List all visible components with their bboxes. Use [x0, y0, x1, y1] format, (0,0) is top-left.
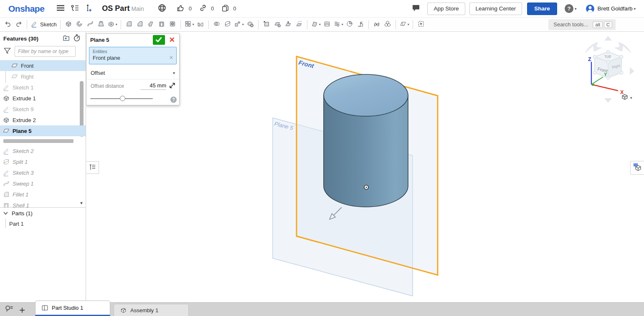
draft-tool-button[interactable] — [145, 19, 156, 31]
slider-handle[interactable] — [120, 96, 125, 101]
like-count: 0 — [189, 5, 192, 12]
feature-label: Right — [21, 74, 33, 80]
search-tools-field[interactable]: Search tools... alt C — [548, 19, 616, 30]
revolve-tool-button[interactable] — [74, 19, 85, 31]
offset-distance-input[interactable]: 45 mm — [140, 82, 166, 90]
redo-tool-button[interactable] — [13, 19, 24, 31]
split-tool-button[interactable] — [222, 19, 233, 31]
configuration-panel-button[interactable] — [630, 161, 644, 175]
feature-item-right[interactable]: Right — [0, 71, 86, 82]
tab-part-studio-1[interactable]: Part Studio 1 — [35, 301, 110, 316]
boolean-tool-button[interactable] — [211, 19, 222, 31]
tab-assembly-1[interactable]: Assembly 1 — [114, 304, 189, 316]
helix-tool-button[interactable]: ▾ — [332, 19, 344, 31]
manage-tabs-button[interactable] — [3, 303, 15, 315]
collapse-feature-list-button[interactable] — [86, 161, 99, 174]
help-icon[interactable]: ? — [170, 97, 177, 103]
replace-face-tool-button[interactable] — [294, 19, 304, 31]
modify-fillet-tool-button[interactable] — [261, 19, 272, 31]
delete-part-tool-button[interactable] — [245, 19, 256, 31]
feature-item-sweep-1[interactable]: Sweep 1 — [0, 178, 86, 189]
versions-button[interactable] — [69, 3, 81, 15]
featurescript-tool-button[interactable] — [382, 19, 393, 31]
enclose-tool-button[interactable] — [355, 19, 366, 31]
sketch-tool-button[interactable]: Sketch — [30, 19, 58, 31]
parts-header[interactable]: Parts (1) — [0, 208, 86, 219]
fill-surface-tool-button[interactable] — [344, 19, 355, 31]
extrude-tool-button[interactable] — [63, 19, 74, 31]
chevron-down-icon: ▾ — [408, 23, 409, 26]
comment-icon — [412, 4, 420, 13]
linked-documents-button[interactable] — [197, 3, 209, 15]
entities-field[interactable]: Entities Front plane ✕ — [89, 47, 177, 64]
new-folder-button[interactable] — [61, 33, 71, 44]
view-options-button[interactable]: ▾ — [621, 93, 632, 102]
delete-face-tool-button[interactable] — [272, 19, 283, 31]
plane-icon — [11, 73, 18, 80]
shell-tool-button[interactable] — [156, 19, 167, 31]
part-list-item[interactable]: Part 1 — [0, 219, 86, 229]
dialog-title: Plane 5 — [90, 37, 153, 43]
version-tree-icon — [71, 4, 79, 13]
feature-item-sketch-2[interactable]: Sketch 2 — [0, 145, 86, 156]
cancel-button[interactable]: ✕ — [167, 36, 177, 43]
plane-type-dropdown[interactable]: Offset ▾ — [86, 67, 179, 79]
undo-tool-button[interactable] — [3, 19, 13, 31]
feature-item-split-1[interactable]: Split 1 — [0, 156, 86, 167]
confirm-button[interactable] — [153, 35, 165, 45]
offset-surface-tool-button[interactable]: ▾ — [310, 19, 322, 31]
help-menu-button[interactable]: ? ▾ — [562, 4, 579, 13]
thicken-tool-button[interactable]: ▾ — [106, 19, 118, 31]
surface-plane-tool-button[interactable]: ▾ — [398, 19, 410, 31]
feature-item-extrude-2[interactable]: Extrude 2 — [0, 115, 86, 125]
add-tab-button[interactable]: + — [16, 305, 28, 316]
sweep-tool-button[interactable] — [85, 19, 96, 31]
toolbar-groups: Sketch▾▾▾▾▾(x)▾ — [3, 19, 426, 31]
workspace-name[interactable]: Main — [131, 5, 144, 12]
feature-item-extrude-1[interactable]: Extrude 1 — [0, 93, 86, 104]
public-document-button[interactable] — [156, 3, 168, 15]
learning-center-button[interactable]: Learning Center — [469, 3, 522, 15]
share-button[interactable]: Share — [527, 3, 557, 15]
user-menu-button[interactable]: Brett Goldfarb ▾ — [583, 4, 638, 14]
fillet-tool-button[interactable] — [124, 19, 134, 31]
boundary-surface-tool-button[interactable] — [322, 19, 332, 31]
move-face-tool-button[interactable] — [283, 19, 294, 31]
feature-item-fillet-1[interactable]: Fillet 1 — [0, 189, 86, 200]
mirror-tool-button[interactable] — [195, 19, 206, 31]
app-store-button[interactable]: App Store — [427, 3, 465, 15]
select-region-tool-button[interactable] — [416, 19, 426, 31]
document-title[interactable]: OS Part — [102, 4, 129, 13]
parts-section: Parts (1) Part 1 — [0, 207, 86, 229]
regeneration-time-button[interactable] — [71, 33, 82, 44]
feature-label: Plane 5 — [13, 128, 32, 134]
feature-item-plane-5[interactable]: Plane 5 — [0, 125, 86, 136]
graphics-viewport[interactable]: Plane 5 Front — [86, 32, 644, 302]
hole-tool-button[interactable] — [167, 19, 178, 31]
cylinder-part[interactable] — [318, 69, 408, 207]
feature-item-shell-1[interactable]: Shell 1 — [0, 200, 86, 207]
linear-pattern-tool-button[interactable]: ▾ — [183, 19, 195, 31]
branch-button[interactable] — [83, 3, 95, 15]
flip-direction-button[interactable] — [169, 82, 176, 90]
variable-tool-button[interactable]: (x) — [371, 19, 382, 31]
remove-entity-icon[interactable]: ✕ — [169, 55, 173, 61]
enclose-icon — [357, 20, 364, 29]
feature-item-sketch-3[interactable]: Sketch 3 — [0, 167, 86, 178]
main-menu-button[interactable] — [55, 3, 66, 15]
feature-item-sketch-1[interactable]: Sketch 1 — [0, 82, 86, 93]
loft-tool-button[interactable] — [96, 19, 106, 31]
copies-button[interactable] — [219, 3, 231, 15]
comment-button[interactable] — [410, 3, 422, 15]
filter-input[interactable] — [15, 46, 76, 57]
transform-tool-button[interactable]: ▾ — [233, 19, 245, 31]
like-button[interactable] — [175, 3, 187, 15]
rollback-bar[interactable] — [0, 136, 86, 145]
chamfer-tool-button[interactable] — [134, 19, 145, 31]
feature-item-sketch-9[interactable]: Sketch 9 — [0, 104, 86, 115]
tree-line — [5, 219, 6, 228]
plane-origin-handle[interactable] — [364, 185, 368, 189]
select-region-icon — [417, 20, 425, 29]
feature-item-front[interactable]: Front — [0, 60, 86, 71]
chevron-down-icon: ▾ — [342, 23, 343, 26]
